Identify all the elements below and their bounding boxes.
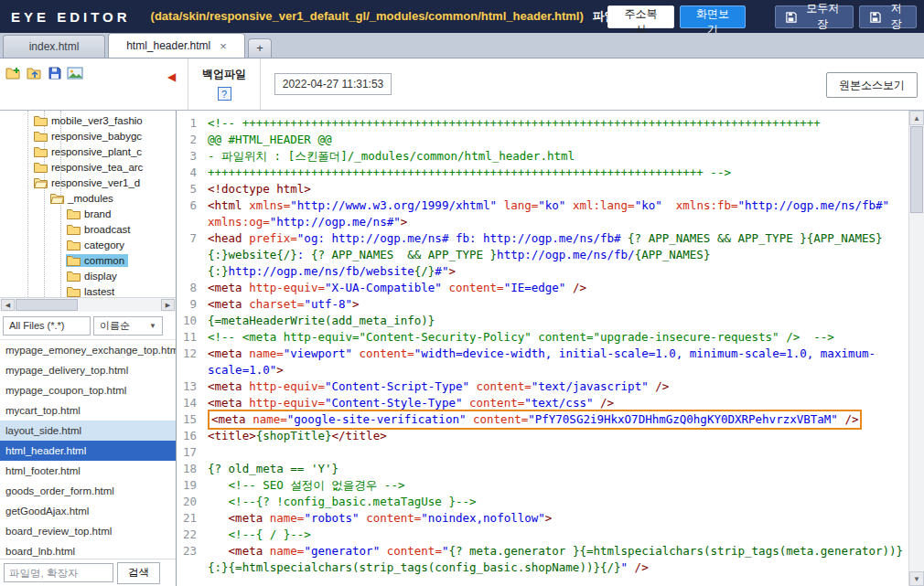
scroll-left-icon[interactable]: ◀: [1, 299, 15, 311]
code-line-9[interactable]: 9<meta charset="utf-8">: [177, 296, 908, 313]
editor-scrollbar[interactable]: ▲ ▼: [908, 111, 924, 586]
open-folder-icon[interactable]: [27, 66, 43, 80]
line-number: 22: [177, 527, 208, 543]
copy-address-button[interactable]: 주소복사: [607, 5, 674, 28]
file-filter-select[interactable]: All Files (*.*): [3, 316, 91, 336]
code-line-23[interactable]: 23 <meta name="generator" content="{? me…: [177, 543, 908, 576]
code-line-17[interactable]: 17: [177, 444, 908, 461]
search-highlight: <meta name="google-site-verification" co…: [208, 410, 862, 430]
line-number: 11: [177, 329, 208, 346]
code-line-6[interactable]: 6<html xmlns="http://www.w3.org/1999/xht…: [177, 197, 908, 230]
file-item-board_lnb.html[interactable]: board_lnb.html: [0, 541, 176, 559]
tree-item-display[interactable]: display: [0, 268, 176, 283]
code-line-22[interactable]: 22 <!--{ / }-->: [177, 527, 908, 543]
tab-index.html[interactable]: index.html: [3, 35, 105, 58]
line-number: 14: [177, 395, 208, 411]
file-item-mypage_emoney_exchange_top.html[interactable]: mypage_emoney_exchange_top.html: [0, 340, 176, 360]
code-line-20[interactable]: 20 <!--{? !config_basic.metaTagUse }-->: [177, 494, 908, 510]
tree-item-category[interactable]: category: [0, 237, 176, 252]
file-item-board_review_top.html[interactable]: board_review_top.html: [0, 521, 176, 541]
tree-item-responsive_babygc[interactable]: responsive_babygc: [0, 128, 176, 144]
tree-item-responsive_plant_c[interactable]: responsive_plant_c: [0, 144, 176, 159]
app-title: EYE EDITOR: [0, 9, 151, 25]
folder-icon: [67, 208, 81, 219]
preview-button[interactable]: 화면보기: [680, 5, 747, 28]
hscroll-thumb[interactable]: [16, 299, 78, 311]
code-line-5[interactable]: 5<!doctype html>: [177, 181, 908, 197]
tree-item-inner: broadcast: [66, 223, 134, 236]
code-line-7[interactable]: 7<head prefix="og: http://ogp.me/ns# fb:…: [177, 230, 908, 280]
scroll-up-icon[interactable]: ▲: [909, 111, 924, 125]
sort-select[interactable]: 이름순 ▼: [93, 316, 163, 336]
scrollbar-track[interactable]: [909, 214, 924, 571]
tab-list: index.htmlhtml_header.html×: [3, 33, 248, 58]
code-line-21[interactable]: 21 <meta name="robots" content="noindex,…: [177, 510, 908, 527]
folder-icon: [34, 162, 48, 173]
file-filter-value: All Files (*.*): [9, 320, 65, 331]
file-item-html_footer.html[interactable]: html_footer.html: [0, 461, 176, 481]
help-icon[interactable]: ?: [218, 87, 231, 101]
line-number: 13: [177, 378, 208, 395]
save-button[interactable]: 저장: [859, 5, 917, 28]
view-source-button[interactable]: 원본소스보기: [826, 72, 918, 98]
code-line-3[interactable]: 3- 파일위치 : [스킨폴더]/_modules/common/html_he…: [177, 148, 908, 165]
tree-item-label: broadcast: [84, 224, 131, 235]
backup-date[interactable]: 2022-04-27 11:31:53: [274, 73, 392, 95]
line-number: 8: [177, 280, 208, 296]
tree-item-common[interactable]: common: [0, 252, 176, 268]
tree-item-_modules[interactable]: _modules: [0, 190, 176, 206]
code-editor[interactable]: 1<!-- ++++++++++++++++++++++++++++++++++…: [177, 111, 924, 586]
tree-item-label: responsive_ver1_d: [51, 177, 140, 188]
code-line-10[interactable]: 10{=metaHeaderWrite(add_meta_info)}: [177, 313, 908, 329]
file-item-getGoodAjax.html[interactable]: getGoodAjax.html: [0, 501, 176, 521]
code-line-11[interactable]: 11<!-- <meta http-equiv="Content-Securit…: [177, 329, 908, 346]
line-content: <!-- SEO 설정이 없을경우 -->: [208, 477, 908, 494]
tab-close-icon[interactable]: ×: [220, 40, 227, 52]
file-list: mypage_emoney_exchange_top.htmlmypage_de…: [0, 339, 176, 559]
code-line-19[interactable]: 19 <!-- SEO 설정이 없을경우 -->: [177, 477, 908, 494]
folder-icon: [34, 131, 48, 142]
file-item-goods_order_form.html[interactable]: goods_order_form.html: [0, 481, 176, 501]
file-item-layout_side.html[interactable]: layout_side.html: [0, 421, 176, 441]
save-all-button[interactable]: 모두저장: [775, 5, 854, 28]
save-disk-icon[interactable]: [48, 66, 62, 80]
tree-item-broadcast[interactable]: broadcast: [0, 221, 176, 237]
vscroll-thumb[interactable]: [910, 126, 923, 213]
file-item-mypage_delivery_top.html[interactable]: mypage_delivery_top.html: [0, 360, 176, 380]
scroll-down-icon[interactable]: ▼: [909, 571, 924, 586]
tree-hscrollbar[interactable]: ◀ ▶: [0, 297, 176, 312]
code-line-1[interactable]: 1<!-- ++++++++++++++++++++++++++++++++++…: [177, 115, 908, 132]
file-item-mypage_coupon_top.html[interactable]: mypage_coupon_top.html: [0, 380, 176, 400]
code-line-12[interactable]: 12<meta name="viewport" content="width=d…: [177, 346, 908, 378]
tree-item-mobile_ver3_fashio[interactable]: mobile_ver3_fashio: [0, 112, 176, 128]
filename-search-input[interactable]: [4, 563, 113, 582]
collapse-sidebar-icon[interactable]: ◀: [167, 70, 176, 83]
tab-label: index.html: [29, 40, 80, 53]
folder-icon: [67, 255, 81, 266]
file-item-mycart_top.html[interactable]: mycart_top.html: [0, 400, 176, 421]
new-tab-button[interactable]: +: [248, 38, 272, 58]
code-line-8[interactable]: 8<meta http-equiv="X-UA-Compatible" cont…: [177, 280, 908, 296]
tab-html_header.html[interactable]: html_header.html×: [108, 33, 245, 58]
line-number: 16: [177, 428, 208, 444]
eye-editor-app: EYE EDITOR (data/skin/responsive_ver1_de…: [0, 0, 924, 586]
tree-item-inner: mobile_ver3_fashio: [33, 114, 146, 127]
code-line-15[interactable]: 15<meta name="google-site-verification" …: [177, 411, 908, 428]
tree-item-brand[interactable]: brand: [0, 206, 176, 221]
image-icon[interactable]: [67, 66, 83, 80]
scroll-right-icon[interactable]: ▶: [161, 299, 175, 311]
tree-item-responsive_ver1_d[interactable]: responsive_ver1_d: [0, 175, 176, 190]
code-line-4[interactable]: 4+++++++++++++++++++++++++++++++++++++++…: [177, 165, 908, 181]
line-content: {? old_meta == 'Y'}: [208, 461, 908, 477]
toolbar: ◀ 백업파일 ? 2022-04-27 11:31:53 원본소스보기: [0, 59, 924, 111]
new-folder-icon[interactable]: [5, 66, 22, 80]
file-item-html_header.html[interactable]: html_header.html: [0, 441, 176, 461]
search-button[interactable]: 검색: [117, 562, 160, 584]
code-line-13[interactable]: 13<meta http-equiv="Content-Script-Type"…: [177, 378, 908, 395]
line-number: 1: [177, 115, 208, 132]
tree-item-responsive_tea_arc[interactable]: responsive_tea_arc: [0, 159, 176, 175]
code-line-18[interactable]: 18{? old_meta == 'Y'}: [177, 461, 908, 477]
code-line-2[interactable]: 2@@ #HTML_HEADER @@: [177, 132, 908, 148]
tree-item-lastest[interactable]: lastest: [0, 283, 176, 297]
code-line-16[interactable]: 16<title>{shopTitle}</title>: [177, 428, 908, 444]
